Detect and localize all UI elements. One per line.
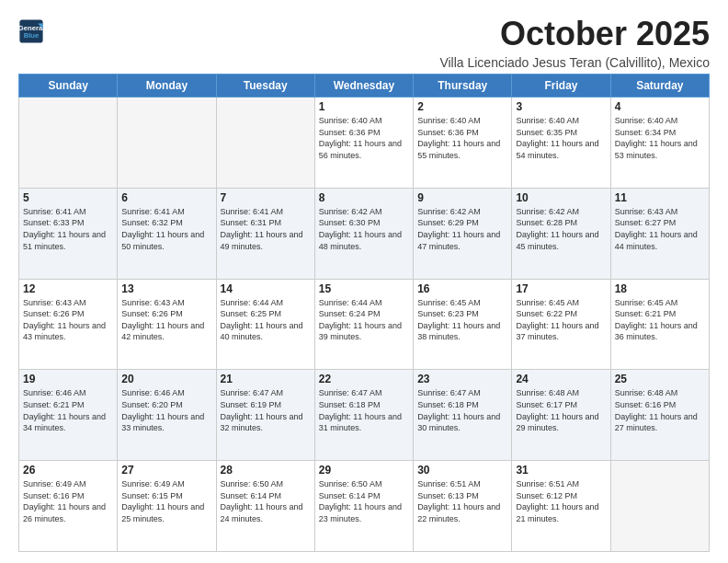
day-info: Sunrise: 6:43 AM Sunset: 6:26 PM Dayligh… xyxy=(23,297,113,343)
day-info: Sunrise: 6:43 AM Sunset: 6:26 PM Dayligh… xyxy=(121,297,211,343)
day-cell: 31Sunrise: 6:51 AM Sunset: 6:12 PM Dayli… xyxy=(512,461,610,552)
day-cell: 6Sunrise: 6:41 AM Sunset: 6:32 PM Daylig… xyxy=(118,188,216,279)
day-info: Sunrise: 6:48 AM Sunset: 6:16 PM Dayligh… xyxy=(615,387,705,433)
day-number: 1 xyxy=(319,100,409,113)
day-info: Sunrise: 6:40 AM Sunset: 6:36 PM Dayligh… xyxy=(417,115,507,161)
day-cell: 29Sunrise: 6:50 AM Sunset: 6:14 PM Dayli… xyxy=(314,461,413,552)
day-cell: 21Sunrise: 6:47 AM Sunset: 6:19 PM Dayli… xyxy=(216,370,314,461)
day-info: Sunrise: 6:50 AM Sunset: 6:14 PM Dayligh… xyxy=(319,478,409,524)
day-number: 2 xyxy=(417,100,507,113)
day-number: 4 xyxy=(615,100,705,113)
day-info: Sunrise: 6:41 AM Sunset: 6:33 PM Dayligh… xyxy=(23,206,113,252)
day-cell: 15Sunrise: 6:44 AM Sunset: 6:24 PM Dayli… xyxy=(314,279,413,370)
day-info: Sunrise: 6:44 AM Sunset: 6:25 PM Dayligh… xyxy=(221,297,311,343)
day-info: Sunrise: 6:44 AM Sunset: 6:24 PM Dayligh… xyxy=(319,297,409,343)
day-info: Sunrise: 6:47 AM Sunset: 6:18 PM Dayligh… xyxy=(417,387,507,433)
day-info: Sunrise: 6:46 AM Sunset: 6:20 PM Dayligh… xyxy=(121,387,211,433)
weekday-wednesday: Wednesday xyxy=(314,75,413,98)
day-cell: 10Sunrise: 6:42 AM Sunset: 6:28 PM Dayli… xyxy=(512,188,610,279)
day-cell: 20Sunrise: 6:46 AM Sunset: 6:20 PM Dayli… xyxy=(118,370,216,461)
day-info: Sunrise: 6:42 AM Sunset: 6:30 PM Dayligh… xyxy=(319,206,409,252)
day-cell: 4Sunrise: 6:40 AM Sunset: 6:34 PM Daylig… xyxy=(610,98,709,189)
day-info: Sunrise: 6:45 AM Sunset: 6:22 PM Dayligh… xyxy=(516,297,606,343)
day-cell xyxy=(216,98,314,189)
day-info: Sunrise: 6:46 AM Sunset: 6:21 PM Dayligh… xyxy=(23,387,113,433)
day-cell: 9Sunrise: 6:42 AM Sunset: 6:29 PM Daylig… xyxy=(414,188,512,279)
day-number: 13 xyxy=(121,282,211,295)
week-row-2: 5Sunrise: 6:41 AM Sunset: 6:33 PM Daylig… xyxy=(19,188,710,279)
logo-icon: General Blue xyxy=(18,18,44,44)
day-info: Sunrise: 6:45 AM Sunset: 6:23 PM Dayligh… xyxy=(417,297,507,343)
week-row-3: 12Sunrise: 6:43 AM Sunset: 6:26 PM Dayli… xyxy=(19,279,710,370)
day-number: 8 xyxy=(319,191,409,204)
day-info: Sunrise: 6:40 AM Sunset: 6:35 PM Dayligh… xyxy=(516,115,606,161)
day-cell: 5Sunrise: 6:41 AM Sunset: 6:33 PM Daylig… xyxy=(19,188,118,279)
day-cell: 13Sunrise: 6:43 AM Sunset: 6:26 PM Dayli… xyxy=(118,279,216,370)
day-number: 11 xyxy=(615,191,705,204)
day-info: Sunrise: 6:47 AM Sunset: 6:19 PM Dayligh… xyxy=(221,387,311,433)
day-cell: 23Sunrise: 6:47 AM Sunset: 6:18 PM Dayli… xyxy=(414,370,512,461)
day-info: Sunrise: 6:43 AM Sunset: 6:27 PM Dayligh… xyxy=(615,206,705,252)
day-number: 31 xyxy=(516,464,606,477)
day-info: Sunrise: 6:45 AM Sunset: 6:21 PM Dayligh… xyxy=(615,297,705,343)
day-info: Sunrise: 6:49 AM Sunset: 6:16 PM Dayligh… xyxy=(23,478,113,524)
day-number: 20 xyxy=(121,373,211,385)
svg-text:Blue: Blue xyxy=(24,31,40,40)
day-info: Sunrise: 6:41 AM Sunset: 6:32 PM Dayligh… xyxy=(121,206,211,252)
day-number: 17 xyxy=(516,282,606,295)
day-number: 30 xyxy=(417,464,507,477)
day-info: Sunrise: 6:41 AM Sunset: 6:31 PM Dayligh… xyxy=(221,206,311,252)
day-cell: 22Sunrise: 6:47 AM Sunset: 6:18 PM Dayli… xyxy=(314,370,413,461)
day-number: 3 xyxy=(516,100,606,113)
day-number: 15 xyxy=(319,282,409,295)
week-row-4: 19Sunrise: 6:46 AM Sunset: 6:21 PM Dayli… xyxy=(19,370,710,461)
day-info: Sunrise: 6:40 AM Sunset: 6:34 PM Dayligh… xyxy=(615,115,705,161)
weekday-sunday: Sunday xyxy=(19,75,118,98)
day-info: Sunrise: 6:47 AM Sunset: 6:18 PM Dayligh… xyxy=(319,387,409,433)
day-number: 16 xyxy=(417,282,507,295)
day-info: Sunrise: 6:42 AM Sunset: 6:28 PM Dayligh… xyxy=(516,206,606,252)
subtitle: Villa Licenciado Jesus Teran (Calvillito… xyxy=(439,55,710,70)
header: General Blue October 2025 Villa Licencia… xyxy=(18,15,710,70)
day-cell: 12Sunrise: 6:43 AM Sunset: 6:26 PM Dayli… xyxy=(19,279,118,370)
calendar: SundayMondayTuesdayWednesdayThursdayFrid… xyxy=(18,74,710,552)
weekday-thursday: Thursday xyxy=(414,75,512,98)
day-number: 21 xyxy=(221,373,311,385)
day-cell: 17Sunrise: 6:45 AM Sunset: 6:22 PM Dayli… xyxy=(512,279,610,370)
day-cell: 30Sunrise: 6:51 AM Sunset: 6:13 PM Dayli… xyxy=(414,461,512,552)
week-row-1: 1Sunrise: 6:40 AM Sunset: 6:36 PM Daylig… xyxy=(19,98,710,189)
day-info: Sunrise: 6:40 AM Sunset: 6:36 PM Dayligh… xyxy=(319,115,409,161)
day-info: Sunrise: 6:50 AM Sunset: 6:14 PM Dayligh… xyxy=(221,478,311,524)
day-number: 7 xyxy=(221,191,311,204)
day-cell: 8Sunrise: 6:42 AM Sunset: 6:30 PM Daylig… xyxy=(314,188,413,279)
day-number: 22 xyxy=(319,373,409,385)
day-cell: 24Sunrise: 6:48 AM Sunset: 6:17 PM Dayli… xyxy=(512,370,610,461)
day-cell: 14Sunrise: 6:44 AM Sunset: 6:25 PM Dayli… xyxy=(216,279,314,370)
weekday-monday: Monday xyxy=(118,75,216,98)
day-cell xyxy=(610,461,709,552)
day-number: 24 xyxy=(516,373,606,385)
day-number: 14 xyxy=(221,282,311,295)
day-cell: 3Sunrise: 6:40 AM Sunset: 6:35 PM Daylig… xyxy=(512,98,610,189)
day-number: 6 xyxy=(121,191,211,204)
day-cell: 1Sunrise: 6:40 AM Sunset: 6:36 PM Daylig… xyxy=(314,98,413,189)
title-block: October 2025 Villa Licenciado Jesus Tera… xyxy=(439,15,710,70)
day-cell: 7Sunrise: 6:41 AM Sunset: 6:31 PM Daylig… xyxy=(216,188,314,279)
day-number: 10 xyxy=(516,191,606,204)
day-info: Sunrise: 6:51 AM Sunset: 6:13 PM Dayligh… xyxy=(417,478,507,524)
weekday-tuesday: Tuesday xyxy=(216,75,314,98)
day-cell: 25Sunrise: 6:48 AM Sunset: 6:16 PM Dayli… xyxy=(610,370,709,461)
day-cell: 11Sunrise: 6:43 AM Sunset: 6:27 PM Dayli… xyxy=(610,188,709,279)
day-number: 26 xyxy=(23,464,113,477)
page: General Blue October 2025 Villa Licencia… xyxy=(0,0,728,563)
day-cell: 19Sunrise: 6:46 AM Sunset: 6:21 PM Dayli… xyxy=(19,370,118,461)
day-info: Sunrise: 6:51 AM Sunset: 6:12 PM Dayligh… xyxy=(516,478,606,524)
day-cell: 27Sunrise: 6:49 AM Sunset: 6:15 PM Dayli… xyxy=(118,461,216,552)
day-cell: 2Sunrise: 6:40 AM Sunset: 6:36 PM Daylig… xyxy=(414,98,512,189)
weekday-header: SundayMondayTuesdayWednesdayThursdayFrid… xyxy=(19,75,710,98)
day-number: 18 xyxy=(615,282,705,295)
logo: General Blue xyxy=(18,18,48,44)
day-info: Sunrise: 6:48 AM Sunset: 6:17 PM Dayligh… xyxy=(516,387,606,433)
day-cell xyxy=(19,98,118,189)
day-number: 27 xyxy=(121,464,211,477)
